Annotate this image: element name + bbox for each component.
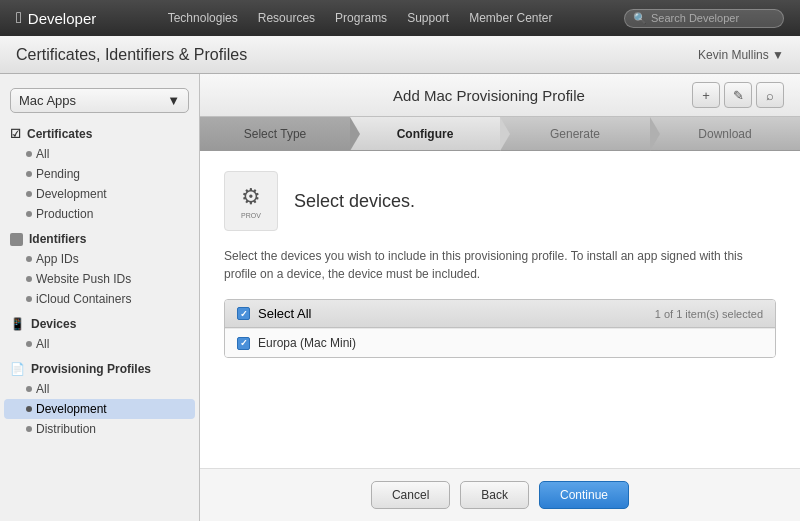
search-placeholder: Search Developer	[651, 12, 739, 24]
progress-steps: Select Type Configure Generate Download	[200, 117, 800, 151]
dropdown-label: Mac Apps	[19, 93, 76, 108]
logo-area:  Developer	[16, 9, 96, 27]
section-label-identifiers: Identifiers	[29, 232, 86, 246]
dot-icon	[26, 211, 32, 217]
section-label-profiles: Provisioning Profiles	[31, 362, 151, 376]
device-name: Europa (Mac Mini)	[258, 336, 356, 350]
dot-icon	[26, 256, 32, 262]
sidebar-item-icloud-containers[interactable]: iCloud Containers	[0, 289, 199, 309]
back-button[interactable]: Back	[460, 481, 529, 509]
footer-buttons: Cancel Back Continue	[200, 468, 800, 521]
content-area: Add Mac Provisioning Profile + ✎ ⌕ Selec…	[200, 74, 800, 521]
section-devices: 📱 Devices	[0, 309, 199, 334]
sidebar-item-cert-development[interactable]: Development	[0, 184, 199, 204]
continue-button[interactable]: Continue	[539, 481, 629, 509]
search-icon: 🔍	[633, 12, 647, 25]
cancel-button[interactable]: Cancel	[371, 481, 450, 509]
dot-icon	[26, 386, 32, 392]
nav-support[interactable]: Support	[407, 11, 449, 25]
sidebar-dropdown[interactable]: Mac Apps ▼	[10, 88, 189, 113]
section-header-row: ⚙ PROV Select devices.	[224, 171, 776, 231]
search-box[interactable]: 🔍 Search Developer	[624, 9, 784, 28]
chevron-down-icon: ▼	[167, 93, 180, 108]
step-download[interactable]: Download	[650, 117, 800, 150]
section-label-devices: Devices	[31, 317, 76, 331]
content-title: Add Mac Provisioning Profile	[286, 87, 692, 104]
dot-icon	[26, 426, 32, 432]
nav-programs[interactable]: Programs	[335, 11, 387, 25]
device-checkbox[interactable]	[237, 337, 250, 350]
sidebar-item-profiles-all[interactable]: All	[0, 379, 199, 399]
toolbar-icons: + ✎ ⌕	[692, 82, 784, 108]
count-info: 1 of 1 item(s) selected	[655, 308, 763, 320]
profiles-icon: 📄	[10, 362, 25, 376]
main-content: ⚙ PROV Select devices. Select the device…	[200, 151, 800, 468]
sidebar-item-cert-pending[interactable]: Pending	[0, 164, 199, 184]
sub-header: Certificates, Identifiers & Profiles Kev…	[0, 36, 800, 74]
nav-links: Technologies Resources Programs Support …	[120, 11, 600, 25]
main-layout: Mac Apps ▼ ☑ Certificates All Pending De…	[0, 74, 800, 521]
edit-button[interactable]: ✎	[724, 82, 752, 108]
sidebar-item-profiles-development[interactable]: Development	[4, 399, 195, 419]
step-select-type[interactable]: Select Type	[200, 117, 350, 150]
page-title: Certificates, Identifiers & Profiles	[16, 46, 247, 64]
dot-icon	[26, 296, 32, 302]
sidebar-item-cert-all[interactable]: All	[0, 144, 199, 164]
sidebar: Mac Apps ▼ ☑ Certificates All Pending De…	[0, 74, 200, 521]
step-generate[interactable]: Generate	[500, 117, 650, 150]
section-label-certificates: Certificates	[27, 127, 92, 141]
section-profiles: 📄 Provisioning Profiles	[0, 354, 199, 379]
step-label: Generate	[550, 127, 600, 141]
step-label: Select Type	[244, 127, 306, 141]
user-info[interactable]: Kevin Mullins ▼	[698, 48, 784, 62]
identifiers-icon	[10, 233, 23, 246]
add-button[interactable]: +	[692, 82, 720, 108]
select-all-row: Select All	[237, 306, 311, 321]
dot-icon	[26, 171, 32, 177]
nav-resources[interactable]: Resources	[258, 11, 315, 25]
sidebar-item-devices-all[interactable]: All	[0, 334, 199, 354]
step-label: Download	[698, 127, 751, 141]
nav-technologies[interactable]: Technologies	[168, 11, 238, 25]
search-button[interactable]: ⌕	[756, 82, 784, 108]
prov-label: PROV	[241, 212, 261, 219]
sidebar-item-cert-production[interactable]: Production	[0, 204, 199, 224]
nav-member-center[interactable]: Member Center	[469, 11, 552, 25]
gear-icon: ⚙	[241, 184, 261, 210]
devices-icon: 📱	[10, 317, 25, 331]
select-all-checkbox[interactable]	[237, 307, 250, 320]
apple-logo-icon: 	[16, 9, 22, 27]
section-identifiers: Identifiers	[0, 224, 199, 249]
app-name: Developer	[28, 10, 96, 27]
certificate-icon: ☑	[10, 127, 21, 141]
sidebar-item-website-push-ids[interactable]: Website Push IDs	[0, 269, 199, 289]
dot-icon	[26, 151, 32, 157]
dot-icon	[26, 341, 32, 347]
section-title: Select devices.	[294, 191, 415, 212]
device-table: Select All 1 of 1 item(s) selected Europ…	[224, 299, 776, 358]
section-certificates: ☑ Certificates	[0, 119, 199, 144]
step-label: Configure	[397, 127, 454, 141]
dot-icon	[26, 406, 32, 412]
dot-icon	[26, 276, 32, 282]
prov-icon: ⚙ PROV	[224, 171, 278, 231]
table-header: Select All 1 of 1 item(s) selected	[225, 300, 775, 328]
top-nav:  Developer Technologies Resources Progr…	[0, 0, 800, 36]
dot-icon	[26, 191, 32, 197]
sidebar-item-app-ids[interactable]: App IDs	[0, 249, 199, 269]
section-description: Select the devices you wish to include i…	[224, 247, 776, 283]
table-row: Europa (Mac Mini)	[225, 328, 775, 357]
sidebar-item-profiles-distribution[interactable]: Distribution	[0, 419, 199, 439]
content-header: Add Mac Provisioning Profile + ✎ ⌕	[200, 74, 800, 117]
select-all-label: Select All	[258, 306, 311, 321]
step-configure[interactable]: Configure	[350, 117, 500, 150]
